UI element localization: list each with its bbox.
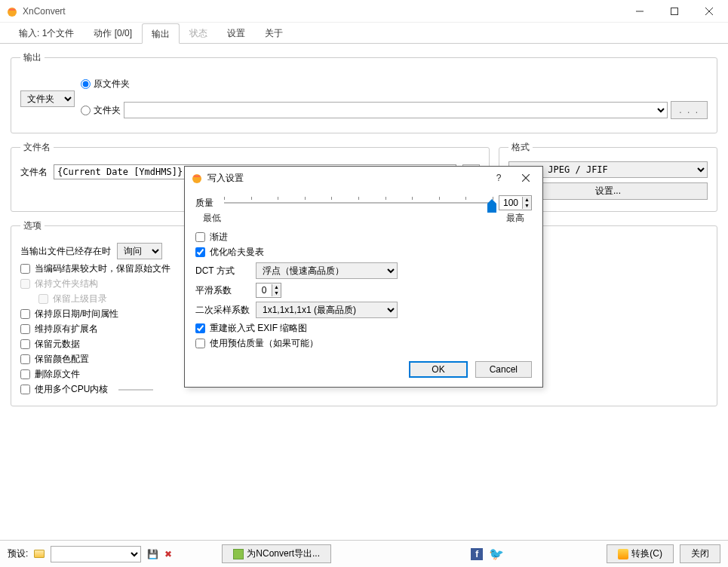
export-icon <box>233 549 244 559</box>
write-settings-dialog: 写入设置 ? 质量 ▲▼ 最低 最高 渐进 优化哈夫 <box>184 166 543 388</box>
options-legend: 选项 <box>20 219 45 232</box>
output-destination-group: 输出 文件夹 原文件夹 文件夹 . . . <box>11 51 717 133</box>
close-app-button[interactable]: 关闭 <box>680 544 720 563</box>
check-use-estimated-quality[interactable] <box>195 339 205 348</box>
minimize-button[interactable] <box>622 0 657 23</box>
bottom-bar: 预设: 💾 ✖ 为NConvert导出... f 🐦 转换(C) 关闭 <box>0 540 728 567</box>
format-legend: 格式 <box>508 141 533 154</box>
quality-slider[interactable] <box>224 195 493 210</box>
export-nconvert-button[interactable]: 为NConvert导出... <box>222 544 331 563</box>
check-keep-original-date[interactable] <box>20 309 30 319</box>
window-titlebar: XnConvert <box>0 0 728 23</box>
svg-marker-8 <box>487 199 496 213</box>
folder-path-select[interactable] <box>124 102 668 118</box>
maximize-button[interactable] <box>657 0 692 23</box>
smoothing-spinner[interactable]: ▲▼ <box>256 283 281 298</box>
main-tabs: 输入: 1个文件 动作 [0/0] 输出 状态 设置 关于 <box>0 23 728 44</box>
destination-type-select[interactable]: 文件夹 <box>20 90 75 107</box>
check-keep-original-when-larger[interactable] <box>20 264 30 274</box>
dialog-help-button[interactable]: ? <box>485 167 512 189</box>
dialog-cancel-button[interactable]: Cancel <box>475 361 532 378</box>
twitter-icon[interactable]: 🐦 <box>489 547 504 561</box>
dialog-titlebar: 写入设置 ? <box>185 167 542 189</box>
check-keep-metadata[interactable] <box>20 339 30 349</box>
tab-output[interactable]: 输出 <box>142 23 180 44</box>
dct-label: DCT 方式 <box>195 265 250 277</box>
convert-icon <box>618 549 628 559</box>
dialog-close-button[interactable] <box>512 167 539 189</box>
dct-method-select[interactable]: 浮点（慢速高品质） <box>256 262 398 279</box>
check-progressive[interactable] <box>195 232 205 242</box>
tab-settings[interactable]: 设置 <box>217 23 255 43</box>
window-title: XnConvert <box>23 6 622 17</box>
filename-label: 文件名 <box>20 166 48 179</box>
svg-rect-2 <box>671 8 678 14</box>
quality-value-spinner[interactable]: ▲▼ <box>499 195 532 210</box>
smoothing-label: 平滑系数 <box>195 284 250 297</box>
dialog-ok-button[interactable]: OK <box>409 361 467 378</box>
convert-button[interactable]: 转换(C) <box>607 544 674 563</box>
when-exists-select[interactable]: 询问 <box>117 243 162 259</box>
browse-folder-button[interactable]: . . . <box>671 101 708 119</box>
slider-thumb-icon[interactable] <box>487 199 496 213</box>
dialog-title: 写入设置 <box>207 172 485 185</box>
svg-point-0 <box>8 8 17 17</box>
app-icon <box>6 5 18 17</box>
tab-about[interactable]: 关于 <box>255 23 293 43</box>
check-keep-parent-dir <box>38 294 48 304</box>
radio-original-folder[interactable] <box>81 79 91 89</box>
preset-select[interactable] <box>51 546 141 562</box>
preset-label: 预设: <box>8 547 28 560</box>
subsampling-select[interactable]: 1x1,1x1,1x1 (最高品质) <box>256 302 398 318</box>
subsampling-label: 二次采样系数 <box>195 304 250 317</box>
output-legend: 输出 <box>20 51 45 64</box>
save-preset-icon[interactable]: 💾 <box>147 549 158 559</box>
check-keep-folder-structure <box>20 279 30 289</box>
check-keep-color-profile[interactable] <box>20 354 30 364</box>
radio-custom-folder[interactable] <box>81 106 91 115</box>
tab-actions[interactable]: 动作 [0/0] <box>84 23 142 43</box>
close-button[interactable] <box>692 0 726 23</box>
folder-icon[interactable] <box>34 550 45 558</box>
dialog-app-icon <box>191 172 203 184</box>
delete-preset-icon[interactable]: ✖ <box>164 549 172 559</box>
check-delete-original[interactable] <box>20 369 30 379</box>
filename-legend: 文件名 <box>20 141 54 154</box>
check-keep-original-ext[interactable] <box>20 324 30 334</box>
check-rebuild-exif-thumbnail[interactable] <box>195 323 205 333</box>
tab-input[interactable]: 输入: 1个文件 <box>9 23 84 43</box>
svg-point-5 <box>192 174 201 183</box>
quality-label: 质量 <box>195 197 218 210</box>
check-optimize-huffman[interactable] <box>195 247 205 257</box>
tab-status[interactable]: 状态 <box>180 23 217 43</box>
facebook-icon[interactable]: f <box>471 548 483 560</box>
check-use-multi-cpu[interactable] <box>20 385 30 394</box>
